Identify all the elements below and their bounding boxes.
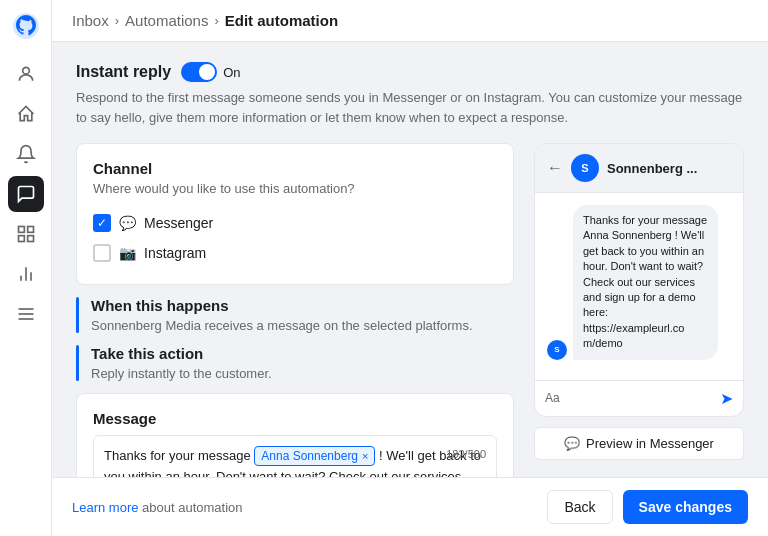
- phone-preview: ← S Sonnenberg ... S Thanks for your mes…: [534, 143, 744, 417]
- preview-in-messenger-button[interactable]: 💬 Preview in Messenger: [534, 427, 744, 460]
- svg-point-1: [22, 67, 29, 74]
- toggle-wrap: On: [181, 62, 240, 82]
- sidebar-item-analytics[interactable]: [8, 256, 44, 292]
- instant-reply-description: Respond to the first message someone sen…: [76, 88, 744, 127]
- channel-description: Where would you like to use this automat…: [93, 181, 497, 196]
- svg-rect-3: [27, 227, 33, 233]
- instagram-label: Instagram: [144, 245, 206, 261]
- footer-buttons: Back Save changes: [547, 490, 748, 524]
- sidebar-item-pages[interactable]: [8, 216, 44, 252]
- instant-reply-toggle[interactable]: [181, 62, 217, 82]
- take-action-section: Take this action Reply instantly to the …: [76, 345, 514, 381]
- mention-text: Anna Sonnenberg: [261, 447, 358, 465]
- preview-messenger-icon: 💬: [564, 436, 580, 451]
- message-text-area[interactable]: 182/500 Thanks for your message Anna Son…: [93, 435, 497, 477]
- phone-messages: S Thanks for your message Anna Sonnenber…: [535, 193, 743, 380]
- phone-contact-name: Sonnenberg ...: [607, 161, 697, 176]
- message-section: Message 182/500 Thanks for your message …: [76, 393, 514, 477]
- messenger-checkbox-item[interactable]: ✓ 💬 Messenger: [93, 208, 497, 238]
- breadcrumb-sep-1: ›: [115, 13, 119, 28]
- sidebar-logo: [8, 8, 44, 44]
- footer: Learn more about automation Back Save ch…: [52, 477, 768, 536]
- take-action-desc: Reply instantly to the customer.: [91, 366, 514, 381]
- mention-close-icon[interactable]: ×: [362, 448, 368, 465]
- messenger-label: Messenger: [144, 215, 213, 231]
- breadcrumb-automations[interactable]: Automations: [125, 12, 208, 29]
- section-border: [76, 297, 79, 333]
- breadcrumb-sep-2: ›: [214, 13, 218, 28]
- phone-back-icon[interactable]: ←: [547, 159, 563, 177]
- mention-tag[interactable]: Anna Sonnenberg ×: [254, 446, 375, 466]
- page-content: Instant reply On Respond to the first me…: [52, 42, 768, 477]
- sidebar-item-users[interactable]: [8, 56, 44, 92]
- take-action-content: Take this action Reply instantly to the …: [91, 345, 514, 381]
- channel-title: Channel: [93, 160, 497, 177]
- instagram-checkbox-item[interactable]: 📷 Instagram: [93, 238, 497, 268]
- instagram-checkbox[interactable]: [93, 244, 111, 262]
- svg-rect-5: [27, 236, 33, 242]
- channel-section: Channel Where would you like to use this…: [76, 143, 514, 285]
- learn-more-link[interactable]: Learn more: [72, 500, 138, 515]
- when-happens-section: When this happens Sonnenberg Media recei…: [76, 297, 514, 333]
- when-happens-content: When this happens Sonnenberg Media recei…: [91, 297, 514, 333]
- back-button[interactable]: Back: [547, 490, 612, 524]
- sidebar-item-menu[interactable]: [8, 296, 44, 332]
- main-content: Inbox › Automations › Edit automation In…: [52, 0, 768, 536]
- phone-header: ← S Sonnenberg ...: [535, 144, 743, 193]
- sidebar: [0, 0, 52, 536]
- toggle-knob: [199, 64, 215, 80]
- phone-bubble-wrap: S Thanks for your message Anna Sonnenber…: [547, 205, 731, 360]
- sidebar-item-notifications[interactable]: [8, 136, 44, 172]
- messenger-channel-icon: 💬: [119, 215, 136, 231]
- instagram-channel-icon: 📷: [119, 245, 136, 261]
- when-happens-title: When this happens: [91, 297, 514, 314]
- when-happens-desc: Sonnenberg Media receives a message on t…: [91, 318, 514, 333]
- message-counter: 182/500: [446, 446, 486, 463]
- phone-input-label: Aa: [545, 391, 714, 405]
- phone-send-icon[interactable]: ➤: [720, 389, 733, 408]
- messenger-checkbox[interactable]: ✓: [93, 214, 111, 232]
- section-border-2: [76, 345, 79, 381]
- checkmark-icon: ✓: [97, 216, 107, 230]
- phone-input-area: Aa ➤: [535, 380, 743, 416]
- save-changes-button[interactable]: Save changes: [623, 490, 748, 524]
- instant-reply-section: Instant reply On Respond to the first me…: [76, 62, 744, 127]
- message-content-before: Thanks for your message: [104, 448, 254, 463]
- header: Inbox › Automations › Edit automation: [52, 0, 768, 42]
- sidebar-item-home[interactable]: [8, 96, 44, 132]
- preview-btn-wrap: 💬 Preview in Messenger: [534, 427, 744, 460]
- phone-bubble-avatar: S: [547, 340, 567, 360]
- sidebar-item-inbox[interactable]: [8, 176, 44, 212]
- svg-rect-4: [18, 236, 24, 242]
- svg-rect-2: [18, 227, 24, 233]
- right-column: ← S Sonnenberg ... S Thanks for your mes…: [534, 143, 744, 477]
- take-action-title: Take this action: [91, 345, 514, 362]
- preview-btn-label: Preview in Messenger: [586, 436, 714, 451]
- breadcrumb-current: Edit automation: [225, 12, 338, 29]
- phone-avatar: S: [571, 154, 599, 182]
- instant-reply-title: Instant reply: [76, 63, 171, 81]
- toggle-label: On: [223, 65, 240, 80]
- message-title: Message: [93, 410, 497, 427]
- left-column: Channel Where would you like to use this…: [76, 143, 514, 477]
- learn-more-suffix: about automation: [138, 500, 242, 515]
- phone-bubble: Thanks for your message Anna Sonnenberg …: [573, 205, 718, 360]
- two-col-layout: Channel Where would you like to use this…: [76, 143, 744, 477]
- breadcrumb-inbox[interactable]: Inbox: [72, 12, 109, 29]
- learn-more-text: Learn more about automation: [72, 500, 243, 515]
